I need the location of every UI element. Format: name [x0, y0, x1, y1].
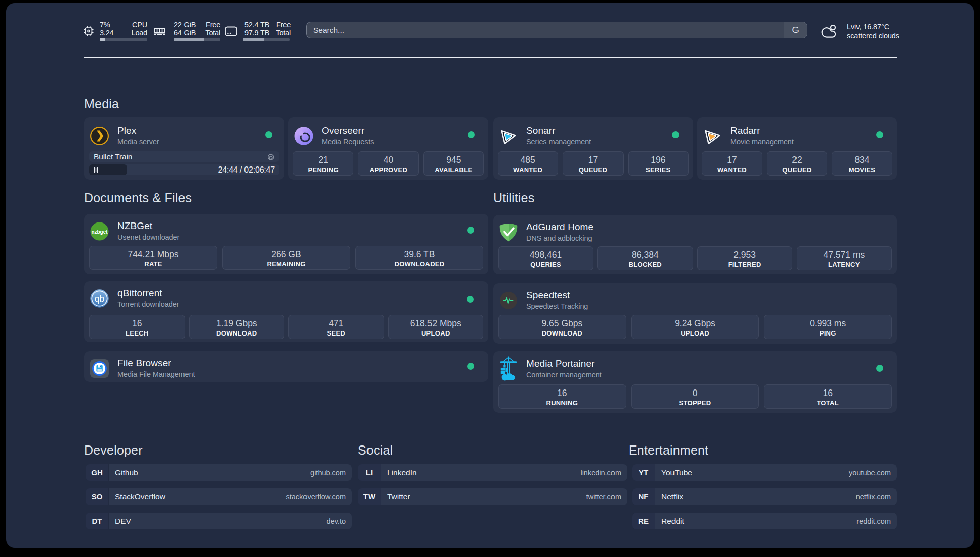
svg-text:nzbget: nzbget: [91, 229, 108, 234]
svg-text:qb: qb: [95, 293, 104, 303]
